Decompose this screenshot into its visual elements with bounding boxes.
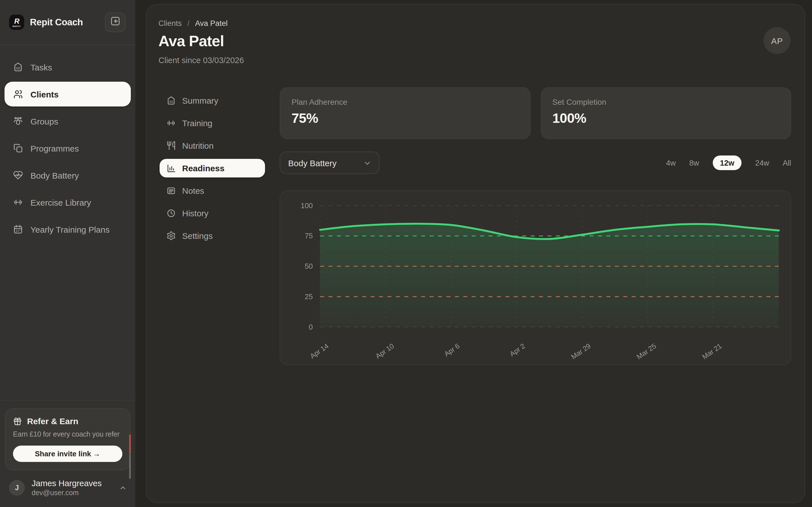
tab-notes[interactable]: Notes [160, 181, 265, 200]
home-dots-icon [166, 96, 176, 105]
sidebar-item-exercise-library[interactable]: Exercise Library [4, 190, 131, 215]
range-selector: 4w 8w 12w 24w All [666, 156, 791, 170]
sidebar-item-yearly-training-plans[interactable]: Yearly Training Plans [4, 217, 131, 242]
sidebar-item-label: Groups [31, 116, 58, 126]
chevron-up-icon[interactable] [119, 484, 127, 492]
content-row: Summary Training Nutrition Readiness Not… [158, 87, 791, 365]
svg-text:75: 75 [305, 232, 313, 240]
range-8w-button[interactable]: 8w [689, 159, 699, 167]
breadcrumb-clients-link[interactable]: Clients [158, 19, 182, 27]
sidebar-item-label: Yearly Training Plans [31, 224, 110, 234]
breadcrumb: Clients / Ava Patel [158, 19, 791, 27]
sidebar-scrollbar-accent [129, 434, 131, 454]
tab-history[interactable]: History [160, 204, 265, 223]
tab-label: Nutrition [182, 141, 214, 151]
tab-summary[interactable]: Summary [160, 91, 265, 110]
user-avatar: J [9, 480, 25, 496]
svg-text:Apr 14: Apr 14 [308, 342, 330, 360]
refer-earn-card: Refer & Earn Earn £10 for every coach yo… [5, 408, 130, 470]
user-email: dev@user.com [32, 489, 112, 497]
stat-cards: Plan Adherence 75% Set Completion 100% [280, 87, 791, 139]
sidebar-collapse-button[interactable] [105, 12, 126, 32]
svg-text:Mar 21: Mar 21 [701, 342, 723, 361]
stat-value: 75% [292, 110, 518, 126]
tab-label: Training [182, 118, 212, 128]
user-group-icon [13, 116, 23, 126]
user-name: James Hargreaves [32, 478, 112, 488]
app-title: Repit Coach [30, 17, 105, 27]
logo-letter: R [14, 17, 19, 24]
heart-pulse-icon [13, 170, 23, 180]
home-dots-icon [13, 62, 23, 72]
sidebar-item-clients[interactable]: Clients [4, 82, 131, 107]
tab-nutrition[interactable]: Nutrition [160, 136, 265, 155]
breadcrumb-current: Ava Patel [195, 19, 227, 27]
svg-text:Apr 10: Apr 10 [374, 342, 395, 360]
sidebar: R REPIT Repit Coach Tasks Clients Group [0, 0, 135, 507]
refer-earn-description: Earn £10 for every coach you refer [13, 431, 122, 438]
readiness-chart: 0255075100Apr 14Apr 10Apr 6Apr 2Mar 29Ma… [280, 191, 791, 364]
notes-icon [166, 186, 176, 195]
sidebar-bottom: Refer & Earn Earn £10 for every coach yo… [0, 400, 135, 507]
chevron-down-icon [363, 159, 371, 167]
sidebar-header: R REPIT Repit Coach [0, 0, 135, 45]
user-menu[interactable]: J James Hargreaves dev@user.com [5, 470, 130, 497]
range-all-button[interactable]: All [783, 159, 791, 167]
tab-label: Readiness [182, 163, 224, 173]
svg-text:50: 50 [305, 262, 313, 270]
svg-text:100: 100 [301, 202, 313, 210]
svg-text:25: 25 [305, 293, 313, 300]
svg-text:Apr 6: Apr 6 [443, 342, 461, 358]
gift-icon [13, 416, 22, 426]
tab-label: Summary [182, 96, 218, 105]
stat-label: Plan Adherence [292, 98, 518, 107]
page-title: Ava Patel [158, 33, 791, 50]
svg-text:Apr 2: Apr 2 [508, 342, 526, 358]
readiness-chart-card: 0255075100Apr 14Apr 10Apr 6Apr 2Mar 29Ma… [280, 190, 791, 365]
plan-adherence-card: Plan Adherence 75% [280, 87, 530, 139]
tab-training[interactable]: Training [160, 114, 265, 132]
calendar-icon [13, 224, 23, 234]
svg-text:0: 0 [309, 323, 313, 331]
client-subnav: Summary Training Nutrition Readiness Not… [160, 91, 265, 365]
set-completion-card: Set Completion 100% [541, 87, 791, 139]
repit-logo: R REPIT [9, 15, 24, 30]
main-panel: Clients / Ava Patel Ava Patel Client sin… [146, 4, 805, 503]
stat-label: Set Completion [552, 98, 779, 107]
app-window: R REPIT Repit Coach Tasks Clients Group [0, 0, 812, 507]
sidebar-nav: Tasks Clients Groups Programmes Body Bat… [0, 45, 135, 242]
gear-icon [166, 231, 176, 240]
svg-text:Mar 29: Mar 29 [569, 342, 592, 361]
client-avatar: AP [763, 27, 791, 54]
share-invite-link-button[interactable]: Share invite link → [13, 446, 122, 462]
metric-select-value: Body Battery [288, 158, 337, 168]
sidebar-item-programmes[interactable]: Programmes [4, 136, 131, 161]
sidebar-item-body-battery[interactable]: Body Battery [4, 163, 131, 187]
breadcrumb-separator: / [188, 19, 190, 27]
readiness-content: Plan Adherence 75% Set Completion 100% B… [280, 87, 791, 365]
tab-label: History [182, 209, 208, 218]
metric-select-dropdown[interactable]: Body Battery [280, 152, 379, 174]
refer-earn-title: Refer & Earn [27, 416, 79, 426]
dumbbell-icon [166, 118, 176, 128]
client-since-text: Client since 03/03/2026 [158, 56, 791, 65]
sidebar-item-label: Programmes [31, 144, 79, 153]
stat-value: 100% [552, 110, 779, 126]
range-4w-button[interactable]: 4w [666, 159, 676, 167]
clock-icon [166, 209, 176, 218]
users-icon [13, 89, 23, 99]
chart-controls: Body Battery 4w 8w 12w 24w All [280, 152, 791, 174]
copy-icon [13, 143, 23, 153]
svg-text:Mar 25: Mar 25 [635, 342, 658, 361]
tab-readiness[interactable]: Readiness [160, 159, 265, 177]
range-24w-button[interactable]: 24w [755, 159, 769, 167]
tab-label: Settings [182, 231, 213, 240]
panel-collapse-icon [110, 16, 121, 29]
sidebar-item-tasks[interactable]: Tasks [4, 55, 131, 79]
tab-label: Notes [182, 186, 204, 195]
sidebar-scrollbar-thumb[interactable] [129, 454, 131, 479]
sidebar-item-groups[interactable]: Groups [4, 109, 131, 133]
tab-settings[interactable]: Settings [160, 226, 265, 245]
utensils-icon [166, 141, 176, 151]
range-12w-button[interactable]: 12w [712, 156, 742, 170]
